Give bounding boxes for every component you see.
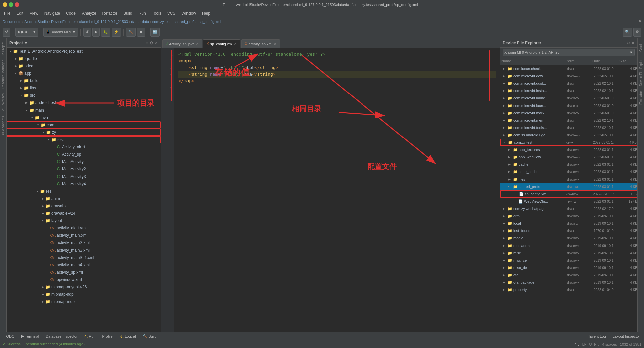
stop-button[interactable]: ⏹ <box>137 28 145 37</box>
dfe-row-com-lucun-check[interactable]: ▶ 📁 com.lucun.check drwx----- 2022-03-01… <box>500 65 637 72</box>
dfe-row-ota-package[interactable]: ▶ 📁 ota_package drwxrwx 2019-09-10 1: 4 … <box>500 279 637 286</box>
tree-item-activity-alert-xml[interactable]: XML activity_alert.xml <box>7 224 161 232</box>
sync-button[interactable]: ↺ <box>3 28 10 37</box>
tab-todo[interactable]: TODO <box>1 333 17 340</box>
profile-button[interactable]: ⚡ <box>112 28 121 37</box>
tab-sp-config-xml[interactable]: X sp_config.xml ✕ <box>203 39 240 48</box>
run-config-button[interactable]: ▶ ▶ app ▼ <box>15 28 38 37</box>
bc-device[interactable]: xiaomi-mi_9-127.0.0.1_21503 <box>79 20 128 24</box>
tree-item-libs[interactable]: ▶ 📁 libs <box>7 84 161 92</box>
dfe-row-com-microvirt-tools[interactable]: ▶ 📁 com.microvirt.tools... drwx----- 202… <box>500 124 637 131</box>
tree-item-mipmap-mdpi[interactable]: ▶ 📁 mipmap-mdpi <box>7 298 161 305</box>
tree-item-java[interactable]: ▾ 📁 java <box>7 114 161 121</box>
menu-edit[interactable]: Edit <box>14 10 26 16</box>
menu-run[interactable]: Run <box>136 10 149 16</box>
build-button[interactable]: 🔨 <box>126 28 136 37</box>
search-button[interactable]: 🔍 <box>623 28 632 37</box>
bc-deviceexplorer[interactable]: DeviceExplorer <box>51 20 76 24</box>
tree-item-activity-main3-1-xml[interactable]: XML activity_main3_1.xml <box>7 254 161 261</box>
menu-navigate[interactable]: Navigate <box>42 10 63 16</box>
dfe-row-mediadrm[interactable]: ▶ 📁 mediadrm drwxrwx 2019-09-10 1: 4 KB <box>500 242 637 249</box>
dfe-row-webviewchrome[interactable]: 📄 WebViewChr... -rw-rw-- 2022-03-01 1: 1… <box>500 198 637 205</box>
tab-device-file-explorer-side[interactable]: Device File Explorer <box>638 54 643 88</box>
tab-build[interactable]: 🔨 Build <box>140 333 159 340</box>
scope-icon[interactable]: ⊙ <box>141 41 145 45</box>
tab-close-sp-config[interactable]: ✕ <box>234 42 237 46</box>
dfe-row-com-microvirt-launc[interactable]: ▶ 📁 com.microvirt.launc... drwxr-x- 2022… <box>500 94 637 102</box>
tab-close-activity-sp-xml[interactable]: ✕ <box>274 42 276 46</box>
run-button[interactable]: ▶ <box>92 28 100 37</box>
menu-window[interactable]: Window <box>179 10 199 16</box>
tree-item-mainactivity3[interactable]: C MainActivity3 <box>7 173 161 180</box>
tab-project[interactable]: 1: Project <box>1 40 6 58</box>
menu-tools[interactable]: Tools <box>149 10 164 16</box>
tree-item-idea[interactable]: ▶ 📁 .idea <box>7 62 161 70</box>
tree-item-activity-main4-xml[interactable]: XML activity_main4.xml <box>7 261 161 269</box>
tree-item-layout[interactable]: ▾ 📁 layout <box>7 217 161 224</box>
dfe-row-shared-prefs[interactable]: ▾ 📁 shared_prefs drw-rwx 2022-03-01 1: 4… <box>500 183 637 190</box>
dfe-row-local[interactable]: ▶ 📁 local drwxr-x- 2019-09-10 1: 4 KB <box>500 220 637 227</box>
tree-item-activity-main-xml[interactable]: XML activity_main.xml <box>7 232 161 239</box>
tree-item-mainactivity2[interactable]: C MainActivity2 <box>7 165 161 173</box>
tree-item-main[interactable]: ▾ 📁 main <box>7 107 161 114</box>
menu-code[interactable]: Code <box>63 10 78 16</box>
menu-view[interactable]: View <box>27 10 41 16</box>
tree-item-mipmap-anydpi[interactable]: ▶ 📁 mipmap-anydpi-v26 <box>7 283 161 291</box>
dfe-row-ota[interactable]: ▶ 📁 ota drwxrwx 2019-09-10 1: 4 KB <box>500 271 637 279</box>
tree-item-gradle[interactable]: ▶ 📁 .gradle <box>7 55 161 62</box>
refresh-button[interactable]: ↺ <box>83 28 91 37</box>
bc-data1[interactable]: data <box>131 20 139 24</box>
menu-analyze[interactable]: Analyze <box>79 10 99 16</box>
tree-item-com[interactable]: ▾ 📁 com <box>7 121 161 129</box>
bc-androidstudio[interactable]: AndroidStudio <box>24 20 48 24</box>
tab-activity-sp-java[interactable]: J Activity_sp.java ✕ <box>162 39 202 48</box>
dfe-row-lost-found[interactable]: ▶ 📁 lost+found drwx----- 1970-01-01 0: 4… <box>500 227 637 234</box>
dfe-row-app-textures[interactable]: ▶ 📁 app_textures drwxrwx 2022-03-01 1: 4… <box>500 146 637 153</box>
translate-button[interactable]: 🔤 <box>150 28 160 37</box>
tree-item-activity-sp[interactable]: C Activity_sp <box>7 151 161 158</box>
dfe-row-property[interactable]: ▶ 📁 property drwx----- 2022-01-04 0: 4 K… <box>500 286 637 293</box>
bc-shared-prefs[interactable]: shared_prefs <box>174 20 195 24</box>
code-area[interactable]: <?xml version='1.0' encoding='utf-8' sta… <box>174 48 500 332</box>
tree-item-activity-main2-xml[interactable]: XML activity_main2.xml <box>7 239 161 247</box>
tree-item-mainactivity[interactable]: C MainActivity <box>7 158 161 165</box>
device-selector-toolbar[interactable]: 📱 Xiaomi MI 9 ▼ <box>43 28 78 37</box>
dfe-row-misc-ce[interactable]: ▶ 📁 misc_ce drwxrwx 2019-09-10 1: 4 KB <box>500 257 637 264</box>
tree-item-zy[interactable]: ▾ 📁 zy <box>7 129 161 136</box>
close-button[interactable] <box>15 2 19 7</box>
bc-com-zy-test[interactable]: com.zy.test <box>152 20 171 24</box>
dfe-row-misc[interactable]: ▶ 📁 misc drwxrwx 2019-09-10 1: 4 KB <box>500 249 637 257</box>
menu-help[interactable]: Help <box>199 10 213 16</box>
tree-item-build[interactable]: ▶ 📁 build <box>7 77 161 84</box>
dfe-row-code-cache[interactable]: ▶ 📁 code_cache drwxrwx 2022-03-01 1: 4 K… <box>500 168 637 176</box>
dfe-row-files[interactable]: ▶ 📁 files drwxrwx 2022-03-01 1: 4 KB <box>500 176 637 183</box>
bc-documents[interactable]: Documents <box>3 20 21 24</box>
tab-activity-sp-xml[interactable]: X activity_sp.xml ✕ <box>241 39 280 48</box>
tab-event-log[interactable]: Event Log <box>587 333 609 340</box>
bc-data2[interactable]: data <box>142 20 149 24</box>
maximize-button[interactable] <box>9 2 13 7</box>
dfe-row-misc-de[interactable]: ▶ 📁 misc_de drwxrwx 2019-09-10 1: 4 KB <box>500 264 637 271</box>
tab-resource-manager[interactable]: Resource Manager <box>1 58 6 91</box>
tree-item-activity-alert[interactable]: C Activity_alert <box>7 143 161 151</box>
menu-build[interactable]: Build <box>121 10 135 16</box>
dfe-row-com-zy-wechatpage[interactable]: ▶ 📁 com.zy.wechatpage drwx----- 2022-02-… <box>500 205 637 212</box>
dfe-settings-icon[interactable]: ⚙ <box>626 41 630 45</box>
tree-item-ppwindow-xml[interactable]: XML ppwindow.xml <box>7 276 161 283</box>
tree-item-test-root[interactable]: ▾ 📁 Test E:\Android\AndroidProject\Test <box>7 48 161 55</box>
tree-item-activity-main3-xml[interactable]: XML activity_main3.xml <box>7 247 161 254</box>
tree-item-androidtest[interactable]: ▶ 📁 androidTest <box>7 99 161 107</box>
tab-close-java[interactable]: ✕ <box>196 42 199 46</box>
dfe-row-com-microvirt-mem[interactable]: ▶ 📁 com.microvirt.mem... drwx----- 2022-… <box>500 117 637 124</box>
settings-icon[interactable]: ⚙ <box>150 41 153 45</box>
tab-emulator[interactable]: Emulator <box>638 89 643 107</box>
tree-item-app[interactable]: ▾ 📦 app <box>7 70 161 77</box>
dfe-row-sp-config-xml[interactable]: 📄 sp_config.xm... -rw-rw-- 2022-03-01 1:… <box>500 190 637 198</box>
tab-build-variants[interactable]: Build Variants <box>1 114 6 138</box>
sort-icon[interactable]: ≡ <box>146 41 148 45</box>
tab-profiler[interactable]: Profiler <box>100 333 117 340</box>
menu-vcs[interactable]: VCS <box>165 10 178 16</box>
menu-file[interactable]: File <box>1 10 13 16</box>
tree-item-anim[interactable]: ▶ 📁 anim <box>7 195 161 202</box>
tree-item-drawable[interactable]: ▶ 📁 drawable <box>7 202 161 210</box>
